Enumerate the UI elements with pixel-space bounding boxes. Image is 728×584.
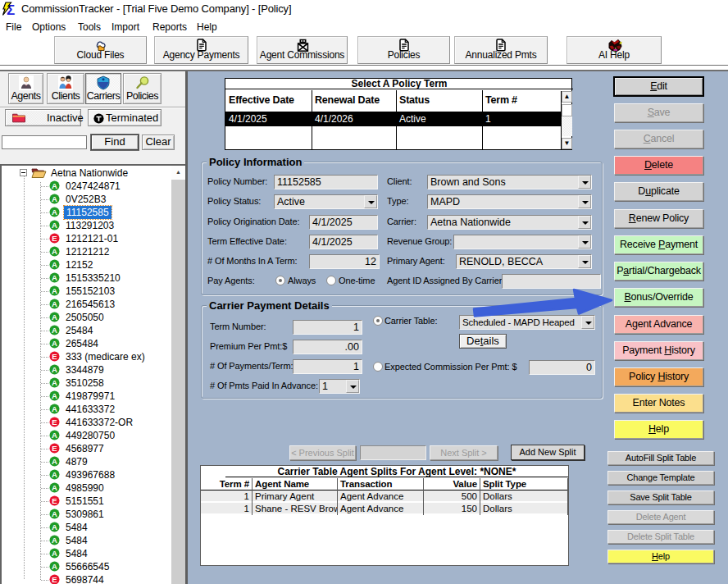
svg-text:A: A [52, 431, 57, 440]
svg-text:E: E [52, 417, 57, 427]
svg-text:A: A [52, 194, 57, 203]
svg-text:A: A [52, 286, 57, 295]
svg-text:E: E [52, 575, 57, 584]
svg-text:A: A [52, 536, 57, 545]
svg-text:A: A [52, 221, 57, 230]
svg-text:A: A [52, 181, 57, 190]
svg-text:A: A [52, 509, 57, 518]
svg-text:A: A [52, 260, 57, 269]
svg-text:A: A [52, 326, 57, 335]
svg-text:E: E [52, 444, 57, 453]
svg-text:A: A [52, 549, 57, 558]
svg-text:E: E [52, 352, 57, 361]
svg-text:A: A [52, 273, 57, 282]
svg-text:A: A [52, 247, 57, 256]
svg-text:A: A [52, 522, 57, 532]
svg-text:A: A [52, 483, 57, 492]
svg-text:A: A [52, 365, 57, 374]
svg-text:A: A [52, 404, 57, 413]
svg-text:A: A [52, 457, 57, 466]
svg-text:A: A [52, 339, 57, 348]
svg-text:A: A [52, 391, 57, 400]
svg-text:A: A [52, 313, 57, 322]
svg-text:A: A [52, 562, 57, 571]
svg-text:E: E [52, 234, 57, 243]
svg-text:E: E [52, 496, 57, 505]
svg-text:A: A [52, 470, 57, 479]
svg-text:A: A [52, 208, 57, 217]
svg-text:A: A [52, 378, 57, 387]
svg-text:A: A [52, 299, 57, 308]
